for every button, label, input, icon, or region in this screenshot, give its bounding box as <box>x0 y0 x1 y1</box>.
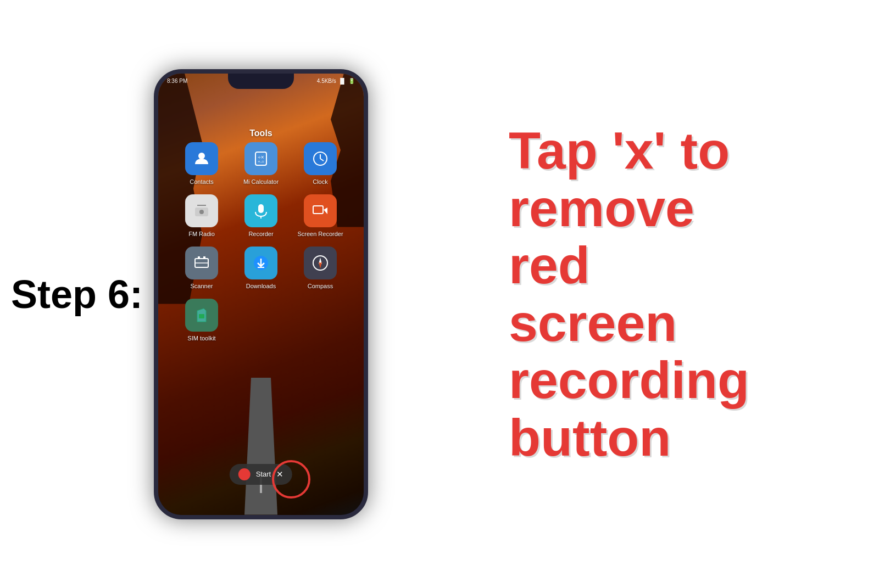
svg-point-8 <box>199 210 204 214</box>
app-icon-downloads <box>244 247 277 279</box>
status-icons: 4.5KB/s ▐▌ 🔋 <box>317 78 355 84</box>
app-item-compass[interactable]: Compass <box>293 247 347 290</box>
app-name-downloads: Downloads <box>246 283 276 290</box>
app-name-simtoolkit: SIM toolkit <box>187 335 215 342</box>
folder-title: Tools <box>158 128 364 138</box>
app-icon-fmradio <box>185 194 218 227</box>
svg-rect-10 <box>258 204 264 213</box>
app-item-downloads[interactable]: Downloads <box>234 247 288 290</box>
app-item-simtoolkit[interactable]: SIM toolkit <box>175 299 229 342</box>
instruction-line5: recording <box>509 351 749 409</box>
app-icon-calculator: ÷× +-= <box>244 142 277 175</box>
instruction-line4: screen <box>509 294 677 352</box>
app-name-compass: Compass <box>308 283 333 290</box>
instruction-heading: Tap 'x' to remove red screen recording b… <box>509 122 749 466</box>
instruction-line6: button <box>509 408 671 467</box>
app-name-recorder: Recorder <box>248 231 273 238</box>
signal-icon: ▐▌ <box>338 78 346 84</box>
status-bar: 8:36 PM 4.5KB/s ▐▌ 🔋 <box>158 74 364 89</box>
app-item-contacts[interactable]: Contacts <box>175 142 229 186</box>
instruction-panel: Tap 'x' to remove red screen recording b… <box>368 111 879 477</box>
app-name-fmradio: FM Radio <box>188 231 215 238</box>
app-icon-clock <box>304 142 337 175</box>
app-icon-screenrecorder <box>304 194 337 227</box>
battery-icon: 🔋 <box>348 78 355 84</box>
svg-text:+-=: +-= <box>258 159 264 164</box>
instruction-line3: red <box>509 236 590 294</box>
svg-line-6 <box>320 159 324 161</box>
data-speed: 4.5KB/s <box>317 78 336 84</box>
svg-point-0 <box>198 153 205 159</box>
app-item-recorder[interactable]: Recorder <box>234 194 288 238</box>
app-name-screenrecorder: Screen Recorder <box>297 231 343 238</box>
road-decoration <box>244 378 277 515</box>
app-name-clock: Clock <box>313 178 328 186</box>
app-name-contacts: Contacts <box>190 178 213 186</box>
app-grid: Contacts ÷× +-= Mi Calculator <box>175 142 347 343</box>
svg-rect-12 <box>313 206 323 214</box>
recording-bar[interactable]: Start ✕ <box>230 464 292 485</box>
recording-indicator <box>238 468 251 480</box>
app-item-fmradio[interactable]: FM Radio <box>175 194 229 238</box>
step-label: Step 6: <box>0 272 154 317</box>
instruction-line1: Tap 'x' to <box>509 121 730 180</box>
status-time: 8:36 PM <box>167 78 187 84</box>
phone-mockup: 8:36 PM 4.5KB/s ▐▌ 🔋 Tools <box>154 69 368 519</box>
app-name-calculator: Mi Calculator <box>243 178 279 186</box>
svg-rect-16 <box>198 256 200 259</box>
recording-label: Start <box>256 470 271 478</box>
phone-screen: 8:36 PM 4.5KB/s ▐▌ 🔋 Tools <box>158 74 364 515</box>
app-icon-recorder <box>244 194 277 227</box>
app-icon-compass <box>304 247 337 279</box>
svg-rect-25 <box>199 314 204 318</box>
svg-marker-13 <box>324 208 327 214</box>
app-item-scanner[interactable]: Scanner <box>175 247 229 290</box>
app-item-calculator[interactable]: ÷× +-= Mi Calculator <box>234 142 288 186</box>
app-icon-scanner <box>185 247 218 279</box>
app-name-scanner: Scanner <box>191 283 213 290</box>
app-item-screenrecorder[interactable]: Screen Recorder <box>293 194 347 238</box>
instruction-line2: remove <box>509 179 694 237</box>
app-item-clock[interactable]: Clock <box>293 142 347 186</box>
recording-close-button[interactable]: ✕ <box>276 469 283 479</box>
phone-body: 8:36 PM 4.5KB/s ▐▌ 🔋 Tools <box>154 69 368 519</box>
app-icon-simtoolkit <box>185 299 218 332</box>
svg-rect-17 <box>203 256 205 259</box>
app-icon-contacts <box>185 142 218 175</box>
step-title: Step 6: <box>11 272 143 317</box>
